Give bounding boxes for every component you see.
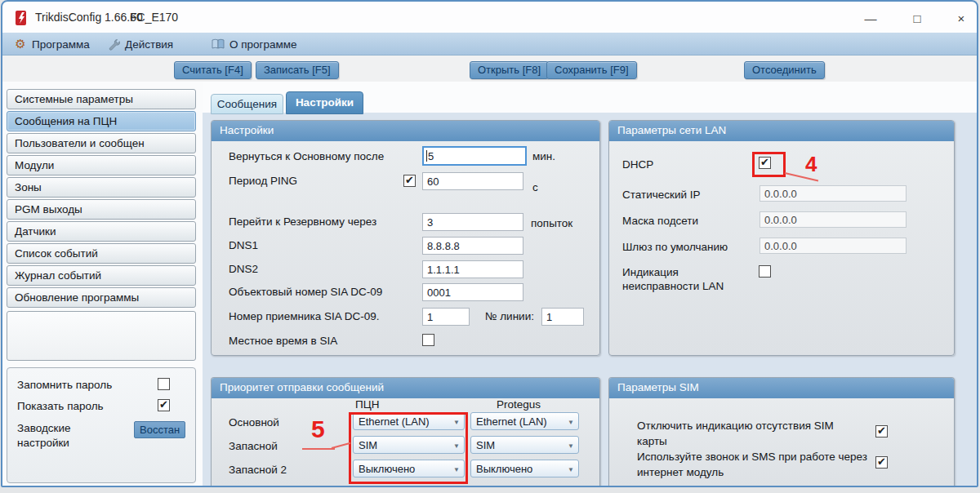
dhcp-label: DHCP xyxy=(622,158,653,171)
backup-switch-unit: попыток xyxy=(531,217,572,229)
wrench-icon xyxy=(107,38,120,51)
sidebar-item[interactable]: Модули xyxy=(7,155,196,175)
lan-fault-indication-checkbox[interactable] xyxy=(759,265,771,278)
read-f4-button[interactable]: Считать [F4] xyxy=(174,61,252,79)
return-primary-unit: мин. xyxy=(532,150,555,162)
line-number-input[interactable] xyxy=(541,308,584,326)
window-title: TrikdisConfig 1.66.60 xyxy=(35,11,143,24)
protegus-channel-dropdown[interactable]: Ethernet (LAN)▼ xyxy=(470,412,579,430)
save-f9-button[interactable]: Сохранить [F9] xyxy=(546,61,637,79)
sia-object-number-input[interactable] xyxy=(422,283,523,301)
menu-about[interactable]: О программе xyxy=(212,36,297,52)
dns2-input[interactable] xyxy=(422,260,523,278)
backup-switch-input[interactable] xyxy=(422,213,523,231)
factory-settings-label-line2: настройки xyxy=(17,437,69,449)
menu-program[interactable]: ⚙ Программа xyxy=(14,36,90,52)
priority-panel-header: Приоритет отправки сообщений xyxy=(212,378,599,398)
dropdown-value: Ethernet (LAN) xyxy=(476,415,547,428)
password-panel: Запомнить пароль Показать пароль Заводск… xyxy=(7,367,196,483)
open-f8-button[interactable]: Открыть [F8] xyxy=(470,61,549,79)
chevron-down-icon: ▼ xyxy=(568,466,574,473)
menu-about-label: О программе xyxy=(229,38,297,51)
disconnect-button[interactable]: Отсоединить xyxy=(744,61,825,79)
remember-password-label: Запомнить пароль xyxy=(17,379,112,391)
gear-icon: ⚙ xyxy=(14,38,27,51)
lan-fault-indication-label-line1: Индикация xyxy=(622,266,679,278)
static-ip-input[interactable] xyxy=(760,185,906,202)
sia-receiver-number-input[interactable] xyxy=(422,308,470,326)
sidebar-item[interactable]: Системные параметры xyxy=(7,89,196,109)
static-ip-label: Статический IP xyxy=(622,189,701,201)
maximize-button[interactable]: □ xyxy=(903,8,931,29)
close-button[interactable]: × xyxy=(947,8,975,29)
subnet-mask-input[interactable] xyxy=(760,211,906,228)
chevron-down-icon: ▼ xyxy=(568,419,574,426)
disable-sim-indication-label: Отключить индикацию отсутствия SIM карты xyxy=(637,418,856,449)
ping-period-checkbox[interactable] xyxy=(403,175,416,187)
priority-row-label: Основной xyxy=(229,416,279,429)
sia-object-number-label: Объектовый номер SIA DC-09 xyxy=(229,286,382,298)
sidebar-item[interactable]: Список событий xyxy=(7,243,196,264)
default-gateway-label: Шлюз по умолчанию xyxy=(622,241,728,253)
sia-receiver-number-label: Номер приемника SIA DC-09. xyxy=(229,310,379,322)
write-f5-button[interactable]: Записать [F5] xyxy=(256,61,339,79)
restore-factory-button[interactable]: Восстан xyxy=(134,421,185,438)
protegus-channel-dropdown[interactable]: SIM▼ xyxy=(470,436,579,454)
ping-period-unit: с xyxy=(532,181,538,193)
sidebar-item[interactable]: Датчики xyxy=(7,221,196,242)
window-device-name: FC_E170 xyxy=(130,11,178,24)
tab-messages[interactable]: Сообщения xyxy=(211,94,283,114)
remember-password-checkbox[interactable] xyxy=(158,378,170,390)
dropdown-value: Выключено xyxy=(476,463,532,475)
sidebar-item[interactable]: Сообщения на ПЦН xyxy=(7,111,196,131)
annotation-number-4: 4 xyxy=(805,152,817,177)
sim-panel-header: Параметры SIM xyxy=(609,378,954,398)
annotation-underline-5 xyxy=(302,448,335,450)
local-time-sia-label: Местное время в SIA xyxy=(229,335,337,347)
local-time-sia-checkbox[interactable] xyxy=(422,334,434,346)
priority-col-pcn: ПЦН xyxy=(355,398,379,411)
subnet-mask-label: Маска подсети xyxy=(622,215,698,227)
priority-row-label: Запасной xyxy=(229,440,278,452)
return-primary-input[interactable] xyxy=(422,146,527,166)
sidebar-item[interactable]: Пользователи и сообщен xyxy=(7,133,196,153)
lan-panel-header: Параметры сети LAN xyxy=(609,121,954,141)
backup-switch-label: Перейти к Резервному через xyxy=(229,215,376,228)
factory-settings-label-line1: Заводские xyxy=(17,422,70,434)
use-call-sms-checkbox[interactable] xyxy=(875,456,888,469)
lan-fault-indication-label-line2: неисправности LAN xyxy=(622,280,724,292)
default-gateway-input[interactable] xyxy=(760,238,906,254)
app-logo-icon xyxy=(16,11,28,25)
menu-actions-label: Действия xyxy=(125,38,173,51)
dropdown-value: SIM xyxy=(476,439,495,451)
ping-period-input[interactable] xyxy=(422,172,523,190)
dns1-label: DNS1 xyxy=(229,239,258,251)
ping-period-label: Период PING xyxy=(229,175,297,187)
sidebar-item[interactable]: Обновление программы xyxy=(7,287,196,308)
show-password-checkbox[interactable] xyxy=(158,399,170,411)
dns2-label: DNS2 xyxy=(229,263,258,275)
menu-program-label: Программа xyxy=(32,38,90,51)
sidebar-item[interactable]: Журнал событий xyxy=(7,265,196,286)
title-bar: TrikdisConfig 1.66.60 FC_E170 — □ × xyxy=(2,2,977,33)
annotation-box-pcn xyxy=(349,412,468,484)
priority-row-label: Запасной 2 xyxy=(229,464,287,476)
annotation-number-5: 5 xyxy=(311,415,325,443)
disable-sim-indication-checkbox[interactable] xyxy=(875,425,888,437)
menu-bar: ⚙ Программа Действия О программе xyxy=(2,33,977,56)
minimize-button[interactable]: — xyxy=(857,8,884,29)
return-primary-label: Вернуться к Основному после xyxy=(229,150,384,162)
annotation-box-dhcp xyxy=(752,152,786,177)
tab-settings[interactable]: Настройки xyxy=(286,91,363,114)
dns1-input[interactable] xyxy=(422,237,523,255)
app-window: TrikdisConfig 1.66.60 FC_E170 — □ × ⚙ Пр… xyxy=(0,0,980,493)
sidebar-item[interactable]: PGM выходы xyxy=(7,199,196,220)
sidebar-empty-slot xyxy=(7,311,196,361)
toolbar: Считать [F4] Записать [F5] Открыть [F8] … xyxy=(2,56,977,82)
book-icon xyxy=(212,38,225,51)
sidebar-item[interactable]: Зоны xyxy=(7,177,196,198)
show-password-label: Показать пароль xyxy=(17,400,104,412)
settings-panel-header: Настройки xyxy=(212,121,599,141)
protegus-channel-dropdown[interactable]: Выключено▼ xyxy=(470,460,579,477)
menu-actions[interactable]: Действия xyxy=(107,36,173,52)
